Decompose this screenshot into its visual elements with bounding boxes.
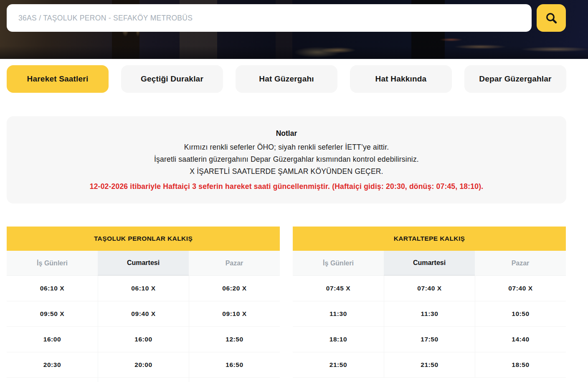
search-icon — [545, 11, 558, 25]
schedule-update-notice: 12-02-2026 itibariyle Haftaiçi 3 seferin… — [23, 182, 550, 191]
column-header-cumartesi[interactable]: Cumartesi — [384, 251, 475, 275]
timetable-title-kartaltepe: KARTALTEPE KALKIŞ — [293, 227, 566, 251]
route-search-input[interactable] — [7, 14, 532, 23]
note-line-oho-iett: Kırmızı renkli seferler ÖHO; siyah renkl… — [23, 141, 550, 153]
time-cell: 07:40 X — [475, 276, 566, 301]
table-row: 09:50 X 09:40 X 09:10 X — [7, 301, 280, 327]
tab-hareket-saatleri[interactable]: Hareket Saatleri — [7, 65, 109, 93]
search-button[interactable] — [537, 4, 566, 32]
time-cell: 21:50 — [384, 352, 475, 377]
time-cell: 10:50 — [475, 301, 566, 326]
time-cell: 16:00 — [98, 327, 189, 352]
timetable-tasoluk: TAŞOLUK PERONLAR KALKIŞ İş Günleri Cumar… — [7, 227, 280, 382]
column-header-is-gunleri[interactable]: İş Günleri — [293, 251, 384, 275]
time-cell — [7, 378, 98, 382]
table-row: 11:30 11:30 10:50 — [293, 301, 566, 327]
time-cell: 09:40 X — [98, 301, 189, 326]
table-row-partial — [7, 378, 280, 382]
time-cell: 16:50 — [189, 352, 280, 377]
time-cell: 16:00 — [7, 327, 98, 352]
day-column-headers: İş Günleri Cumartesi Pazar — [7, 251, 280, 276]
hero-banner — [0, 0, 588, 59]
time-cell — [189, 378, 280, 382]
tab-hat-hakkinda[interactable]: Hat Hakkında — [350, 65, 452, 93]
note-line-samlar-koyu: X İŞARETLİ SAATLERDE ŞAMLAR KÖYÜNDEN GEÇ… — [23, 166, 550, 178]
time-cell: 20:30 — [7, 352, 98, 377]
table-row: 06:10 X 06:10 X 06:20 X — [7, 276, 280, 301]
time-cell: 09:50 X — [7, 301, 98, 326]
tab-gectigi-duraklar[interactable]: Geçtiği Duraklar — [121, 65, 223, 93]
time-cell: 18:10 — [293, 327, 384, 352]
time-cell: 11:30 — [384, 301, 475, 326]
timetable-kartaltepe: KARTALTEPE KALKIŞ İş Günleri Cumartesi P… — [293, 227, 566, 382]
column-header-cumartesi[interactable]: Cumartesi — [98, 251, 189, 275]
line-detail-tabs: Hareket Saatleri Geçtiği Duraklar Hat Gü… — [7, 65, 566, 93]
column-header-is-gunleri[interactable]: İş Günleri — [7, 251, 98, 275]
day-column-headers: İş Günleri Cumartesi Pazar — [293, 251, 566, 276]
time-cell: 06:20 X — [189, 276, 280, 301]
time-cell: 18:50 — [475, 352, 566, 377]
table-row: 07:45 X 07:40 X 07:40 X — [293, 276, 566, 301]
notes-card: Notlar Kırmızı renkli seferler ÖHO; siya… — [7, 116, 566, 204]
tab-hat-guzergahi[interactable]: Hat Güzergahı — [236, 65, 337, 93]
note-line-depar-guzergahlar: İşaretli saatlerin güzergahını Depar Güz… — [23, 153, 550, 166]
time-cell: 12:50 — [189, 327, 280, 352]
time-cell: 14:40 — [475, 327, 566, 352]
column-header-pazar[interactable]: Pazar — [475, 251, 566, 275]
time-cell: 07:45 X — [293, 276, 384, 301]
time-cell: 11:30 — [293, 301, 384, 326]
time-cell: 07:40 X — [384, 276, 475, 301]
tab-depar-guzergahlar[interactable]: Depar Güzergahlar — [464, 65, 566, 93]
time-cell: 06:10 X — [98, 276, 189, 301]
time-cell: 06:10 X — [7, 276, 98, 301]
route-search-bar — [7, 4, 532, 32]
time-cell: 20:00 — [98, 352, 189, 377]
table-row: 16:00 16:00 12:50 — [7, 327, 280, 352]
timetables-section: TAŞOLUK PERONLAR KALKIŞ İş Günleri Cumar… — [7, 227, 588, 382]
time-cell: 17:50 — [384, 327, 475, 352]
time-cell — [98, 378, 189, 382]
notes-title: Notlar — [23, 129, 550, 138]
table-row: 20:30 20:00 16:50 — [7, 352, 280, 378]
time-cell: 09:10 X — [189, 301, 280, 326]
timetable-title-tasoluk: TAŞOLUK PERONLAR KALKIŞ — [7, 227, 280, 251]
column-header-pazar[interactable]: Pazar — [189, 251, 280, 275]
table-row: 18:10 17:50 14:40 — [293, 327, 566, 352]
table-row: 21:50 21:50 18:50 — [293, 352, 566, 378]
time-cell: 21:50 — [293, 352, 384, 377]
